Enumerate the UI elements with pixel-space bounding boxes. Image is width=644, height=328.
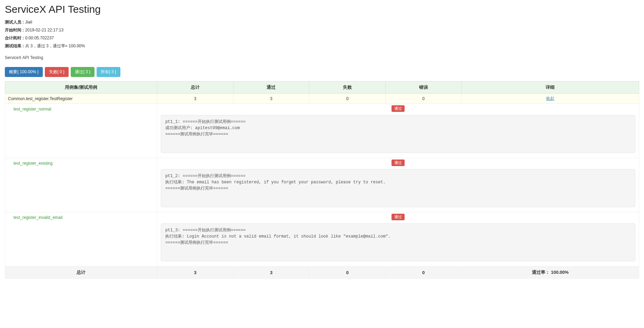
meta-result: 测试结果 : 共 3，通过 3，通过率= 100.00% (5, 43, 639, 49)
results-table: 用例集/测试用例 总计 通过 失败 错误 详细 Common.test_regi… (5, 81, 639, 279)
meta-tester: 测试人员 : Jiali (5, 19, 639, 25)
footer-rate-label: 通过率： (532, 270, 550, 275)
meta-result-label: 测试结果 : (5, 44, 24, 48)
all-button[interactable]: 所有{ 3 } (97, 67, 120, 77)
col-pass: 通过 (233, 81, 309, 94)
footer-label: 总计 (5, 267, 157, 279)
meta-duration: 合计耗时 : 0:00:05.702237 (5, 35, 639, 41)
col-fail: 失败 (309, 81, 386, 94)
filter-button-bar: 概要{ 100.00% } 失败{ 0 } 通过{ 3 } 所有{ 3 } (5, 67, 639, 77)
meta-duration-label: 合计耗时 : (5, 36, 24, 40)
footer-rate: 通过率： 100.00% (462, 267, 639, 279)
footer-total: 3 (157, 267, 234, 279)
test-row: test_register_invalid_email通过pt1_3: ====… (5, 212, 639, 267)
col-suite: 用例集/测试用例 (5, 81, 157, 94)
failed-button[interactable]: 失败{ 0 } (45, 67, 69, 77)
meta-start: 开始时间 : 2019-02-21 22:17:13 (5, 27, 639, 33)
status-badge: 通过 (392, 105, 405, 112)
meta-tester-value: Jiali (25, 20, 32, 25)
meta-start-value: 2019-02-21 22:17:13 (25, 28, 63, 32)
footer-pass: 3 (233, 267, 309, 279)
col-detail: 详细 (462, 81, 639, 94)
footer-error: 0 (385, 267, 462, 279)
passed-button[interactable]: 通过{ 3 } (71, 67, 95, 77)
log-text: pt1_1: ======开始执行测试用例====== 成功测试用户: apit… (165, 119, 631, 137)
page-title: ServiceX API Testing (5, 3, 639, 15)
meta-result-value: 共 3，通过 3，通过率= 100.00% (25, 44, 85, 48)
status-badge: 通过 (392, 160, 405, 166)
col-error: 错误 (385, 81, 462, 94)
test-body: 通过pt1_3: ======开始执行测试用例====== 执行结果: Logi… (157, 212, 639, 267)
col-total: 总计 (157, 81, 234, 94)
collapse-link[interactable]: 收起 (546, 96, 554, 101)
test-name: test_register_normal (5, 104, 157, 158)
log-text: pt1_2: ======开始执行测试用例====== 执行结果: The em… (165, 173, 631, 192)
meta-tester-label: 测试人员 : (5, 20, 24, 25)
suite-row: Common.test_register.TestRegister 3 3 0 … (5, 94, 639, 104)
status-badge: 通过 (392, 214, 405, 220)
table-header-row: 用例集/测试用例 总计 通过 失败 错误 详细 (5, 81, 639, 94)
footer-row: 总计 3 3 0 0 通过率： 100.00% (5, 267, 639, 279)
subtitle: ServiceX API Testing (5, 55, 639, 60)
log-box: pt1_2: ======开始执行测试用例====== 执行结果: The em… (161, 169, 635, 207)
suite-fail: 0 (309, 94, 386, 104)
test-name: test_register_invalid_email (5, 212, 157, 267)
suite-name: Common.test_register.TestRegister (5, 94, 157, 104)
footer-rate-value: 100.00% (551, 270, 568, 275)
test-body: 通过pt1_2: ======开始执行测试用例====== 执行结果: The … (157, 158, 639, 212)
suite-total: 3 (157, 94, 234, 104)
meta-start-label: 开始时间 : (5, 28, 24, 32)
suite-error: 0 (385, 94, 462, 104)
meta-duration-value: 0:00:05.702237 (25, 36, 54, 40)
test-body: 通过pt1_1: ======开始执行测试用例====== 成功测试用户: ap… (157, 104, 639, 158)
test-row: test_register_normal通过pt1_1: ======开始执行测… (5, 104, 639, 158)
log-box: pt1_3: ======开始执行测试用例====== 执行结果: Login … (161, 223, 635, 261)
suite-detail-cell: 收起 (462, 94, 639, 104)
test-name: test_register_existing (5, 158, 157, 212)
summary-button[interactable]: 概要{ 100.00% } (5, 67, 43, 77)
log-text: pt1_3: ======开始执行测试用例====== 执行结果: Login … (165, 227, 631, 246)
log-box: pt1_1: ======开始执行测试用例====== 成功测试用户: apit… (161, 115, 635, 153)
test-row: test_register_existing通过pt1_2: ======开始执… (5, 158, 639, 212)
footer-fail: 0 (309, 267, 386, 279)
suite-pass: 3 (233, 94, 309, 104)
